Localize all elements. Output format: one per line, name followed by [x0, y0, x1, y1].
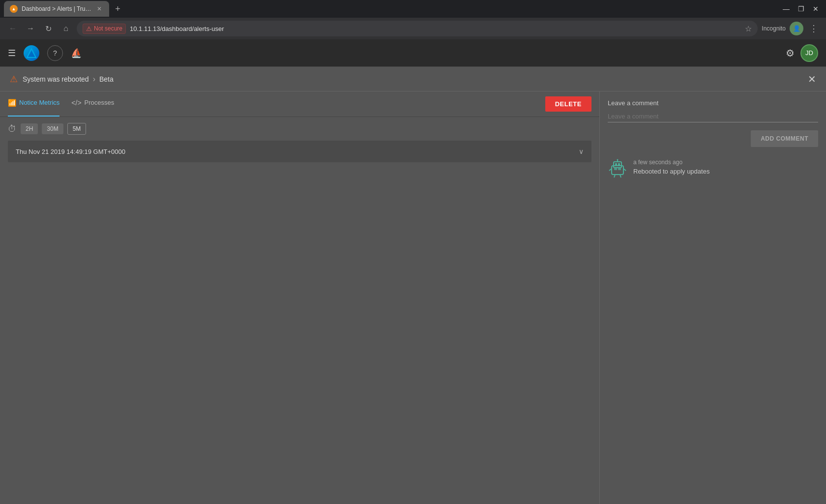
clock-icon: ⏱: [8, 124, 17, 134]
browser-menu-button[interactable]: ⋮: [807, 21, 820, 36]
code-icon: </>: [71, 99, 81, 107]
comment-label: Leave a comment: [608, 99, 818, 107]
chart-icon: 📶: [8, 99, 16, 107]
svg-point-7: [617, 159, 619, 161]
app-header: ☰ ? ⛵ ⚙ JD: [0, 39, 826, 67]
event-timestamp: Thu Nov 21 2019 14:49:19 GMT+0000: [16, 148, 579, 155]
tab-close-button[interactable]: ✕: [95, 5, 103, 13]
profile-area: Incognito 👤 ⋮: [762, 21, 820, 36]
app-logo: [24, 45, 39, 61]
profile-icon[interactable]: 👤: [790, 22, 803, 35]
security-badge: ⚠ Not secure: [83, 24, 126, 34]
ship-icon[interactable]: ⛵: [71, 48, 82, 59]
time-30m-button[interactable]: 30M: [42, 123, 63, 134]
time-2h-button[interactable]: 2H: [21, 123, 38, 134]
tab-processes-label: Processes: [85, 99, 115, 106]
user-avatar[interactable]: JD: [800, 44, 818, 62]
add-comment-button[interactable]: ADD COMMENT: [751, 130, 818, 147]
main-content: ⚠ System was rebooted › Beta ✕ 📶 Notice …: [0, 67, 826, 504]
tab-notice-metrics-label: Notice Metrics: [19, 99, 59, 106]
settings-icon[interactable]: ⚙: [786, 47, 795, 59]
right-panel: Leave a comment ADD COMMENT: [600, 91, 826, 504]
svg-rect-8: [614, 168, 617, 170]
warning-icon: ⚠: [86, 25, 92, 32]
minimize-button[interactable]: —: [780, 2, 793, 15]
comment-body: a few seconds ago Rebooted to apply upda…: [633, 159, 709, 175]
time-5m-button[interactable]: 5M: [67, 123, 87, 135]
hamburger-menu-icon[interactable]: ☰: [8, 48, 16, 59]
maximize-button[interactable]: ❐: [795, 2, 807, 15]
time-controls: ⏱ 2H 30M 5M: [0, 117, 599, 141]
alert-title: System was rebooted: [23, 75, 89, 83]
active-tab[interactable]: ▲ Dashboard > Alerts | Tru… ✕: [4, 1, 109, 17]
svg-rect-4: [615, 163, 617, 165]
back-button[interactable]: ←: [6, 22, 20, 35]
bookmark-icon[interactable]: ☆: [745, 24, 752, 33]
robot-avatar: [608, 159, 627, 178]
tab-notice-metrics[interactable]: 📶 Notice Metrics: [8, 91, 59, 117]
alert-header: ⚠ System was rebooted › Beta ✕: [0, 67, 826, 91]
breadcrumb-arrow: ›: [93, 75, 95, 84]
tabs-bar: 📶 Notice Metrics </> Processes DELETE: [0, 91, 599, 117]
alert-beta-label: Beta: [99, 75, 114, 83]
svg-rect-5: [618, 163, 620, 165]
security-label: Not secure: [94, 25, 122, 32]
app-header-right: ⚙ JD: [786, 44, 818, 62]
tab-title: Dashboard > Alerts | Tru…: [22, 5, 91, 12]
comment-time: a few seconds ago: [633, 159, 709, 166]
incognito-label: Incognito: [762, 25, 786, 32]
home-button[interactable]: ⌂: [59, 22, 73, 35]
tab-processes[interactable]: </> Processes: [71, 91, 114, 117]
comment-text: Rebooted to apply updates: [633, 168, 709, 175]
forward-button[interactable]: →: [24, 22, 37, 35]
close-button[interactable]: ✕: [809, 2, 822, 15]
event-row[interactable]: Thu Nov 21 2019 14:49:19 GMT+0000 ∨: [8, 141, 591, 162]
comment-entry: a few seconds ago Rebooted to apply upda…: [608, 159, 818, 178]
address-box[interactable]: ⚠ Not secure 10.1.11.13/dashboard/alerts…: [77, 21, 758, 36]
alert-warning-icon: ⚠: [10, 74, 18, 85]
help-button[interactable]: ?: [47, 45, 63, 61]
content-layout: 📶 Notice Metrics </> Processes DELETE ⏱ …: [0, 91, 826, 504]
alert-close-button[interactable]: ✕: [808, 73, 816, 85]
svg-rect-3: [614, 162, 621, 168]
comment-input[interactable]: [608, 111, 818, 122]
tab-favicon: ▲: [10, 5, 18, 13]
url-text: 10.1.11.13/dashboard/alerts-user: [130, 25, 741, 32]
svg-rect-9: [618, 168, 621, 170]
left-panel: 📶 Notice Metrics </> Processes DELETE ⏱ …: [0, 91, 600, 504]
reload-button[interactable]: ↻: [41, 22, 55, 35]
delete-button[interactable]: DELETE: [545, 96, 591, 112]
new-tab-button[interactable]: +: [111, 2, 125, 16]
chevron-down-icon: ∨: [579, 148, 584, 155]
